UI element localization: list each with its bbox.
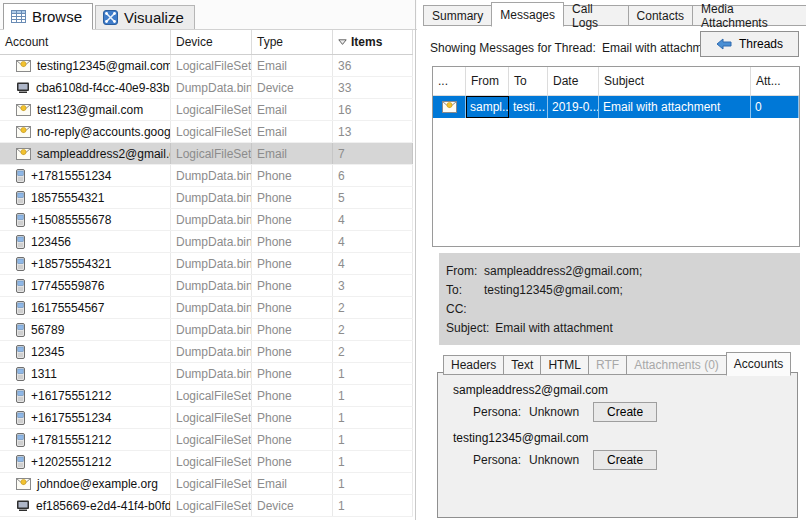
device-cell: DumpData.bin xyxy=(171,165,252,186)
message-from-line: From: sampleaddress2@gmail.com; xyxy=(446,265,792,278)
table-row[interactable]: no-reply@accounts.google.coLogicalFileSe… xyxy=(0,121,413,143)
table-row[interactable]: +18575554321DumpData.binPhone4 xyxy=(0,253,413,275)
table-row[interactable]: 56789DumpData.binPhone2 xyxy=(0,319,413,341)
items-cell: 1 xyxy=(333,407,413,428)
table-row[interactable]: test123@gmail.comLogicalFileSet1Email16 xyxy=(0,99,413,121)
tab-html[interactable]: HTML xyxy=(540,355,589,375)
tab-text[interactable]: Text xyxy=(503,355,541,375)
account-cell: +17815551212 xyxy=(0,429,171,450)
tab-messages[interactable]: Messages xyxy=(491,2,564,27)
account-cell: +17815551234 xyxy=(0,165,171,186)
account-address: sampleaddress2@gmail.com xyxy=(453,383,797,397)
account-cell: +15085555678 xyxy=(0,209,171,230)
tab-accounts[interactable]: Accounts xyxy=(726,352,791,376)
table-row[interactable]: testing12345@gmail.comLogicalFileSet1Ema… xyxy=(0,55,413,77)
table-row[interactable]: ef185669-e2d4-41f4-b0fd-53LogicalFileSet… xyxy=(0,495,413,517)
items-cell: 4 xyxy=(333,231,413,252)
message-date-cell: 2019-0... xyxy=(548,96,599,118)
tab-browse[interactable]: Browse xyxy=(3,3,93,30)
column-header-date[interactable]: Date xyxy=(548,67,599,96)
phone-icon xyxy=(16,279,25,293)
message-to-line: To: testing12345@gmail.com; xyxy=(446,284,792,297)
create-persona-button[interactable]: Create xyxy=(593,450,657,470)
table-row[interactable]: +15085555678DumpData.binPhone4 xyxy=(0,209,413,231)
table-row[interactable]: 123456DumpData.binPhone4 xyxy=(0,231,413,253)
phone-icon xyxy=(16,433,25,447)
tab-contacts[interactable]: Contacts xyxy=(628,5,693,26)
to-label: To: xyxy=(446,284,478,297)
tab-call-logs[interactable]: Call Logs xyxy=(563,5,629,26)
table-row[interactable]: 17745559876DumpData.binPhone3 xyxy=(0,275,413,297)
table-row[interactable]: 16175554567DumpData.binPhone2 xyxy=(0,297,413,319)
column-header-type[interactable]: Type xyxy=(252,30,333,54)
table-row[interactable]: cba6108d-f4cc-40e9-83b9-0fDumpData.binDe… xyxy=(0,77,413,99)
items-cell: 33 xyxy=(333,77,413,98)
email-icon xyxy=(16,148,31,160)
column-header-attachments[interactable]: Att... xyxy=(751,67,799,96)
tab-headers[interactable]: Headers xyxy=(443,355,504,375)
device-cell: DumpData.bin xyxy=(171,253,252,274)
table-row[interactable]: 18575554321DumpData.binPhone5 xyxy=(0,187,413,209)
threads-button[interactable]: Threads xyxy=(700,31,799,57)
type-cell: Phone xyxy=(252,209,333,230)
table-row[interactable]: sampleaddress2@gmail.comLogicalFileSet1E… xyxy=(0,143,413,165)
message-row-selected[interactable]: sampl... testi... 2019-0... Email with a… xyxy=(433,96,799,118)
table-row[interactable]: 12345DumpData.binPhone2 xyxy=(0,341,413,363)
device-cell: DumpData.bin xyxy=(171,319,252,340)
visualize-icon xyxy=(103,10,118,25)
table-row[interactable]: +12025551212LogicalFileSet2Phone1 xyxy=(0,451,413,473)
column-header-to[interactable]: To xyxy=(509,67,548,96)
account-cell: 1311 xyxy=(0,363,171,384)
tab-visualize[interactable]: Visualize xyxy=(95,5,195,29)
account-label: +15085555678 xyxy=(31,213,111,227)
account-cell: 17745559876 xyxy=(0,275,171,296)
column-header-subject[interactable]: Subject xyxy=(599,67,751,96)
column-header-account[interactable]: Account xyxy=(0,30,171,54)
device-cell: LogicalFileSet2 xyxy=(171,429,252,450)
items-cell: 6 xyxy=(333,165,413,186)
device-cell: DumpData.bin xyxy=(171,363,252,384)
type-cell: Phone xyxy=(252,231,333,252)
create-persona-button[interactable]: Create xyxy=(593,402,657,422)
table-row[interactable]: +17815551234DumpData.binPhone6 xyxy=(0,165,413,187)
column-header-from[interactable]: From xyxy=(466,67,509,96)
accounts-table-header: Account Device Type Items xyxy=(0,30,413,55)
items-cell: 3 xyxy=(333,275,413,296)
messages-table-header: ... From To Date Subject Att... xyxy=(433,67,799,96)
items-cell: 4 xyxy=(333,209,413,230)
tab-attachments-0: Attachments (0) xyxy=(626,355,727,375)
column-header-type-icon[interactable]: ... xyxy=(433,67,466,96)
tab-summary[interactable]: Summary xyxy=(423,5,492,26)
type-cell: Email xyxy=(252,55,333,76)
items-cell: 1 xyxy=(333,451,413,472)
type-cell: Phone xyxy=(252,407,333,428)
accounts-browser-panel: Browse Visualize Account xyxy=(0,0,417,520)
device-cell: DumpData.bin xyxy=(171,231,252,252)
account-cell: 12345 xyxy=(0,341,171,362)
account-label: 1311 xyxy=(31,367,57,381)
items-cell: 2 xyxy=(333,297,413,318)
phone-icon xyxy=(16,455,25,469)
tab-rtf: RTF xyxy=(588,355,627,375)
panel-divider[interactable] xyxy=(415,0,416,520)
phone-icon xyxy=(16,213,25,227)
account-entry: testing12345@gmail.comPersona:UnknownCre… xyxy=(453,431,797,470)
email-icon xyxy=(16,126,31,138)
table-row[interactable]: +16175551212LogicalFileSet2Phone1 xyxy=(0,385,413,407)
table-row[interactable]: johndoe@example.orgLogicalFileSet2Email1 xyxy=(0,473,413,495)
content-viewer-tab-bar: HeadersTextHTMLRTFAttachments (0)Account… xyxy=(443,352,790,375)
account-label: johndoe@example.org xyxy=(37,477,158,491)
device-icon xyxy=(16,82,30,94)
column-header-device[interactable]: Device xyxy=(171,30,252,54)
device-cell: LogicalFileSet2 xyxy=(171,473,252,494)
tab-media-attachments[interactable]: Media Attachments xyxy=(692,5,806,26)
table-row[interactable]: 1311DumpData.binPhone1 xyxy=(0,363,413,385)
table-row[interactable]: +17815551212LogicalFileSet2Phone1 xyxy=(0,429,413,451)
device-cell: LogicalFileSet1 xyxy=(171,143,252,164)
account-label: 123456 xyxy=(31,235,71,249)
account-cell: 56789 xyxy=(0,319,171,340)
items-cell: 4 xyxy=(333,253,413,274)
column-header-items[interactable]: Items xyxy=(333,30,413,54)
message-viewer-panel: SummaryMessagesCall LogsContactsMedia At… xyxy=(418,0,806,520)
table-row[interactable]: +16175551234LogicalFileSet2Phone1 xyxy=(0,407,413,429)
